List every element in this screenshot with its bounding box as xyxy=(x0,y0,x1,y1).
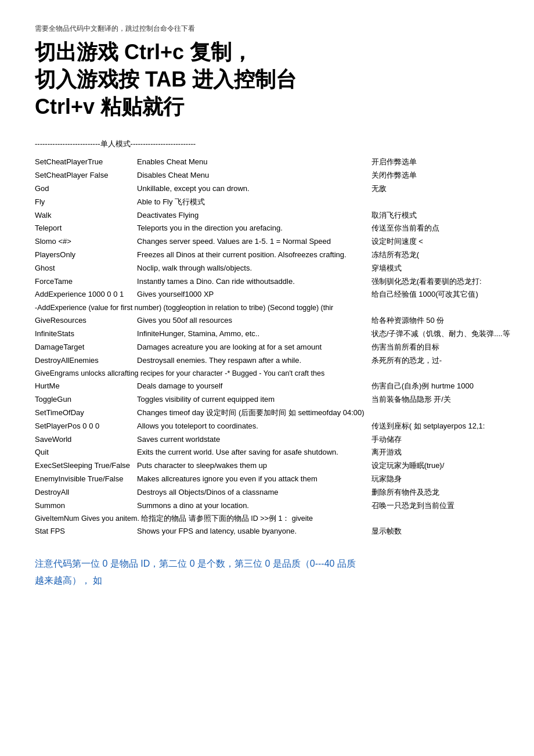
command-desc: Shows your FPS and latency, usable byany… xyxy=(132,525,367,538)
command-row: SummonSummons a dino at your location.召唤… xyxy=(35,499,513,513)
command-cn: 手动储存 xyxy=(367,433,513,447)
command-cn: 显示帧数 xyxy=(367,525,513,538)
command-desc: Destroys all Objects/Dinos of a classnam… xyxy=(132,486,367,499)
command-cn: 强制驯化恐龙(看着要驯的恐龙打: xyxy=(367,275,513,289)
command-desc: Makes allcreatures ignore you even if yo… xyxy=(132,473,367,486)
command-name: ForceTame xyxy=(35,275,132,289)
command-cn: 传送到座标( 如 setplayerpos 12,1: xyxy=(367,420,513,433)
command-cn xyxy=(367,406,513,420)
command-name: AddExperience 1000 0 0 1 xyxy=(35,288,132,301)
command-row: AddExperience 1000 0 0 1Gives yourself10… xyxy=(35,288,513,301)
command-cn: 冻结所有恐龙( xyxy=(367,249,513,262)
note-section: 注意代码第一位 0 是物品 ID，第二位 0 是个数，第三位 0 是品质（0--… xyxy=(35,556,499,589)
command-name: SetCheatPlayer False xyxy=(35,169,132,182)
command-cn: 当前装备物品隐形 开/关 xyxy=(367,393,513,406)
command-row: GodUnkillable, except you can drown.无敌 xyxy=(35,182,513,196)
command-desc: Teleports you in the direction you arefa… xyxy=(132,222,367,235)
command-cn: 状态/子弹不减（饥饿、耐力、免装弹....等 xyxy=(367,327,513,341)
command-row: HurtMeDeals damage to yourself伤害自己(自杀)例 … xyxy=(35,380,513,393)
command-desc: Destroysall enemies. They respawn after … xyxy=(132,354,367,368)
command-cn: 伤害当前所看的目标 xyxy=(367,341,513,354)
command-desc: Toggles visibility of current equipped i… xyxy=(132,393,367,406)
command-desc: Exits the current world. Use after savin… xyxy=(132,446,367,459)
command-row: GiveItemNum Gives you anitem. 给指定的物品 请参照… xyxy=(35,512,513,525)
command-cn: 传送至你当前看的点 xyxy=(367,222,513,235)
command-desc: Puts character to sleep/wakes them up xyxy=(132,459,367,473)
command-full-line: -AddExperience (value for first number) … xyxy=(35,301,513,314)
command-full-line: GiveItemNum Gives you anitem. 给指定的物品 请参照… xyxy=(35,512,513,525)
command-desc: Summons a dino at your location. xyxy=(132,499,367,513)
command-cn: 穿墙模式 xyxy=(367,262,513,275)
command-row: GiveEngrams unlocks allcrafting recipes … xyxy=(35,367,513,380)
command-name: SaveWorld xyxy=(35,433,132,447)
command-cn: 无敌 xyxy=(367,182,513,196)
command-cn: 玩家隐身 xyxy=(367,473,513,486)
command-name: Ghost xyxy=(35,262,132,275)
command-name: HurtMe xyxy=(35,380,132,393)
command-row: DestroyAllEnemiesDestroysall enemies. Th… xyxy=(35,354,513,368)
command-name: Slomo <#> xyxy=(35,235,132,249)
command-name: DamageTarget xyxy=(35,341,132,354)
command-name: Fly xyxy=(35,196,132,209)
command-desc: Gives you 50of all resources xyxy=(132,314,367,327)
command-name: DestroyAllEnemies xyxy=(35,354,132,368)
command-name: Quit xyxy=(35,446,132,459)
command-cn: 召唤一只恐龙到当前位置 xyxy=(367,499,513,513)
command-desc: Noclip, walk through walls/objects. xyxy=(132,262,367,275)
command-row: SaveWorldSaves current worldstate手动储存 xyxy=(35,433,513,447)
command-name: DestroyAll xyxy=(35,486,132,499)
command-row: Slomo <#>Changes server speed. Values ar… xyxy=(35,235,513,249)
command-cn: 离开游戏 xyxy=(367,446,513,459)
command-row: GiveResourcesGives you 50of all resource… xyxy=(35,314,513,327)
main-title: 切出游戏 Ctrl+c 复制， 切入游戏按 TAB 进入控制台 Ctrl+v 粘… xyxy=(35,39,499,120)
command-desc: InfiniteHunger, Stamina, Ammo, etc.. xyxy=(132,327,367,341)
command-full-line: GiveEngrams unlocks allcrafting recipes … xyxy=(35,367,513,380)
command-row: TeleportTeleports you in the direction y… xyxy=(35,222,513,235)
command-desc: Allows you toteleport to coordinates. xyxy=(132,420,367,433)
command-cn: 杀死所有的恐龙，过- xyxy=(367,354,513,368)
command-row: WalkDeactivates Flying取消飞行模式 xyxy=(35,209,513,222)
command-name: SetTimeOfDay xyxy=(35,406,132,420)
command-name: Teleport xyxy=(35,222,132,235)
command-row: ToggleGunToggles visibility of current e… xyxy=(35,393,513,406)
note-line-1: 注意代码第一位 0 是物品 ID，第二位 0 是个数，第三位 0 是品质（0--… xyxy=(35,556,499,573)
command-row: DestroyAllDestroys all Objects/Dinos of … xyxy=(35,486,513,499)
command-desc: Gives yourself1000 XP xyxy=(132,288,367,301)
command-row: SetCheatPlayerTrueEnables Cheat Menu开启作弊… xyxy=(35,156,513,169)
command-desc: Enables Cheat Menu xyxy=(132,156,367,169)
command-row: GhostNoclip, walk through walls/objects.… xyxy=(35,262,513,275)
command-row: SetTimeOfDayChanges timeof day 设定时间 (后面要… xyxy=(35,406,513,420)
title-line-1: 切出游戏 Ctrl+c 复制， xyxy=(35,39,499,66)
command-row: PlayersOnlyFreezes all Dinos at their cu… xyxy=(35,249,513,262)
command-name: Stat FPS xyxy=(35,525,132,538)
command-row: ForceTameInstantly tames a Dino. Can rid… xyxy=(35,275,513,289)
command-cn: 关闭作弊选单 xyxy=(367,169,513,182)
command-row: DamageTargetDamages acreature you are lo… xyxy=(35,341,513,354)
command-name: GiveResources xyxy=(35,314,132,327)
command-cn: 设定玩家为睡眠(true)/ xyxy=(367,459,513,473)
command-row: EnemyInvisible True/FalseMakes allcreatu… xyxy=(35,473,513,486)
command-desc: Changes server speed. Values are 1-5. 1 … xyxy=(132,235,367,249)
command-desc: Deals damage to yourself xyxy=(132,380,367,393)
command-desc: Changes timeof day 设定时间 (后面要加时间 如 settim… xyxy=(132,406,367,420)
command-desc: Instantly tames a Dino. Can ride without… xyxy=(132,275,367,289)
command-row: -AddExperience (value for first number) … xyxy=(35,301,513,314)
command-name: God xyxy=(35,182,132,196)
command-desc: Freezes all Dinos at their current posit… xyxy=(132,249,367,262)
command-cn xyxy=(367,196,513,209)
command-cn: 给各种资源物件 50 份 xyxy=(367,314,513,327)
command-row: ExecSetSleeping True/FalsePuts character… xyxy=(35,459,513,473)
command-name: SetPlayerPos 0 0 0 xyxy=(35,420,132,433)
command-desc: Disables Cheat Menu xyxy=(132,169,367,182)
command-desc: Able to Fly 飞行模式 xyxy=(132,196,367,209)
command-name: Walk xyxy=(35,209,132,222)
intro-small-text: 需要全物品代码中文翻译的，跳过控制台命令往下看 xyxy=(35,23,499,34)
command-row: SetCheatPlayer FalseDisables Cheat Menu关… xyxy=(35,169,513,182)
command-cn: 伤害自己(自杀)例 hurtme 1000 xyxy=(367,380,513,393)
command-cn: 取消飞行模式 xyxy=(367,209,513,222)
commands-table: SetCheatPlayerTrueEnables Cheat Menu开启作弊… xyxy=(35,156,513,538)
command-row: QuitExits the current world. Use after s… xyxy=(35,446,513,459)
command-name: Summon xyxy=(35,499,132,513)
command-desc: Unkillable, except you can drown. xyxy=(132,182,367,196)
command-desc: Damages acreature you are looking at for… xyxy=(132,341,367,354)
